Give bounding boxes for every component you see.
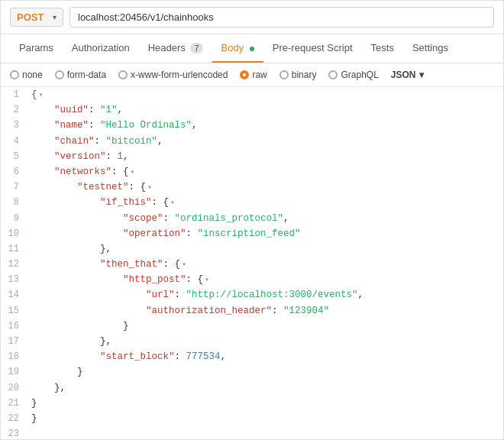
line-num-8: 8	[1, 195, 28, 210]
url-input[interactable]	[69, 7, 494, 28]
radio-label-graphql: GraphQL	[341, 70, 378, 80]
radio-form-data[interactable]: form-data	[55, 70, 106, 80]
line-num-14: 14	[1, 287, 28, 302]
code-line-3: 3 "name": "Hello Ordinals",	[1, 118, 503, 133]
line-content-10: "operation": "inscription_feed"	[28, 226, 503, 241]
code-line-13: 13 "http_post": {▾	[1, 272, 503, 287]
line-num-12: 12	[1, 257, 28, 272]
line-num-5: 5	[1, 149, 28, 164]
radio-dot-binary	[279, 70, 289, 79]
line-num-22: 22	[1, 411, 28, 426]
code-line-8: 8 "if_this": {▾	[1, 195, 503, 210]
line-num-1: 1	[1, 87, 28, 102]
tab-headers[interactable]: Headers 7	[139, 34, 212, 63]
tab-pre-request[interactable]: Pre-request Script	[263, 34, 362, 63]
code-line-9: 9 "scope": "ordinals_protocol",	[1, 211, 503, 226]
code-line-5: 5 "version": 1,	[1, 149, 503, 164]
code-line-21: 21 }	[1, 396, 503, 411]
radio-dot-none	[10, 70, 19, 79]
line-content-14: "url": "http://localhost:3000/events",	[28, 287, 503, 302]
code-line-1: 1 {▾	[1, 87, 503, 102]
method-label: POST	[17, 11, 44, 23]
radio-graphql[interactable]: GraphQL	[328, 70, 378, 80]
line-num-16: 16	[1, 319, 28, 334]
json-selector[interactable]: JSON ▾	[391, 70, 424, 80]
line-num-13: 13	[1, 272, 28, 287]
line-content-5: "version": 1,	[28, 149, 503, 164]
code-line-16: 16 }	[1, 319, 503, 334]
val-uuid: "1"	[100, 105, 118, 115]
code-line-18: 18 "start_block": 777534,	[1, 349, 503, 364]
line-content-19: }	[28, 364, 503, 380]
radio-dot-urlencoded	[118, 70, 128, 79]
code-line-10: 10 "operation": "inscription_feed"	[1, 226, 503, 241]
radio-none[interactable]: none	[10, 70, 43, 80]
line-content-20: },	[28, 380, 503, 396]
line-content-11: },	[28, 241, 503, 257]
line-num-21: 21	[1, 396, 28, 411]
line-num-4: 4	[1, 134, 28, 149]
line-num-17: 17	[1, 334, 28, 349]
line-num-15: 15	[1, 303, 28, 319]
line-content-1: {▾	[28, 87, 503, 102]
headers-badge: 7	[190, 43, 202, 53]
line-content-23	[28, 426, 503, 438]
code-line-2: 2 "uuid": "1",	[1, 102, 503, 118]
line-num-6: 6	[1, 164, 28, 180]
line-num-18: 18	[1, 349, 28, 364]
body-active-dot	[250, 47, 254, 51]
chevron-down-icon: ▾	[53, 13, 57, 21]
collapse-icon-1[interactable]: ▾	[39, 91, 44, 99]
line-num-10: 10	[1, 226, 28, 241]
body-type-selector: none form-data x-www-form-urlencoded raw…	[1, 63, 503, 87]
code-line-4: 4 "chain": "bitcoin",	[1, 134, 503, 149]
collapse-icon-13[interactable]: ▾	[205, 276, 209, 284]
radio-binary[interactable]: binary	[279, 70, 317, 80]
radio-dot-raw	[240, 70, 249, 79]
line-num-9: 9	[1, 211, 28, 226]
radio-dot-graphql	[328, 70, 338, 79]
radio-dot-form-data	[55, 70, 64, 79]
radio-urlencoded[interactable]: x-www-form-urlencoded	[118, 70, 228, 80]
radio-label-urlencoded: x-www-form-urlencoded	[131, 70, 228, 80]
collapse-icon-12[interactable]: ▾	[182, 260, 186, 269]
radio-raw[interactable]: raw	[240, 70, 267, 80]
code-line-23: 23	[1, 426, 503, 438]
collapse-icon-8[interactable]: ▾	[170, 199, 175, 207]
line-content-13: "http_post": {▾	[28, 272, 503, 287]
tab-authorization[interactable]: Authorization	[63, 34, 139, 63]
radio-label-binary: binary	[292, 70, 317, 80]
tab-params[interactable]: Params	[10, 34, 63, 63]
radio-label-none: none	[22, 70, 43, 80]
tab-tests[interactable]: Tests	[362, 34, 403, 63]
line-content-6: "networks": {▾	[28, 164, 503, 180]
code-line-15: 15 "authorization_header": "123904"	[1, 303, 503, 319]
line-content-17: },	[28, 334, 503, 349]
url-bar: POST ▾	[1, 1, 503, 34]
code-line-12: 12 "then_that": {▾	[1, 257, 503, 272]
code-editor[interactable]: 1 {▾ 2 "uuid": "1", 3 "name": "Hello Ord…	[1, 87, 503, 438]
code-line-14: 14 "url": "http://localhost:3000/events"…	[1, 287, 503, 302]
collapse-icon-7[interactable]: ▾	[147, 183, 152, 192]
line-num-23: 23	[1, 426, 28, 438]
line-content-12: "then_that": {▾	[28, 257, 503, 272]
tab-body[interactable]: Body	[212, 34, 263, 63]
line-content-21: }	[28, 396, 503, 411]
collapse-icon-6[interactable]: ▾	[131, 168, 135, 176]
line-num-3: 3	[1, 118, 28, 133]
key-uuid: "uuid"	[54, 105, 89, 115]
code-line-19: 19 }	[1, 364, 503, 380]
line-content-4: "chain": "bitcoin",	[28, 134, 503, 149]
line-content-8: "if_this": {▾	[28, 195, 503, 210]
tab-settings[interactable]: Settings	[403, 34, 457, 63]
json-chevron-icon: ▾	[419, 70, 424, 80]
code-line-11: 11 },	[1, 241, 503, 257]
tab-bar: Params Authorization Headers 7 Body Pre-…	[1, 34, 503, 63]
line-num-2: 2	[1, 102, 28, 118]
method-selector[interactable]: POST ▾	[10, 8, 63, 27]
line-content-3: "name": "Hello Ordinals",	[28, 118, 503, 133]
json-label: JSON	[391, 70, 416, 80]
line-content-22: }	[28, 411, 503, 426]
line-content-15: "authorization_header": "123904"	[28, 303, 503, 319]
radio-label-raw: raw	[252, 70, 267, 80]
